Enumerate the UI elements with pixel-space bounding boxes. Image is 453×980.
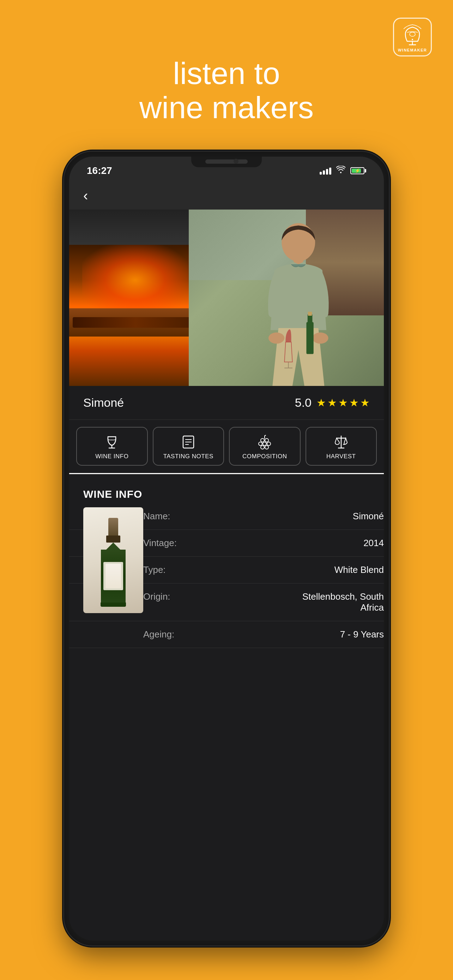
back-button[interactable]: ‹ [83,188,88,204]
rating-number: 5.0 [295,396,312,410]
fire-glow [82,245,188,315]
svg-point-17 [263,442,266,445]
tab-harvest-label: HARVEST [326,453,356,460]
status-bar: 16:27 [69,157,384,181]
star-2: ★ [327,396,337,409]
star-5: ★ [360,396,370,409]
star-4: ★ [349,396,359,409]
label-ageing: Ageing: [143,629,174,640]
notes-icon [181,434,196,449]
label-name: Name: [143,511,170,522]
phone-bezel: 16:27 [64,152,389,945]
nav-bar: ‹ [69,181,384,210]
signal-bars-icon [319,167,331,175]
svg-point-4 [269,332,285,344]
value-ageing: 7 - 9 Years [340,629,384,640]
camera-dot [234,159,238,164]
winemaker-logo-icon [400,22,425,46]
section-header: WINE INFO [69,474,384,504]
tab-wine-info[interactable]: WINE INFO [76,427,148,466]
star-1: ★ [316,396,326,409]
wine-glass-icon [105,434,119,449]
tab-composition[interactable]: COMPOSITION [229,427,300,466]
svg-point-0 [410,32,415,37]
speaker [205,159,248,164]
headline-line2: wine makers [21,91,432,125]
battery-icon: ⚡ [350,167,366,174]
grapes-icon [257,434,272,449]
video-area [69,210,384,386]
svg-point-16 [265,439,269,442]
headline-line1: listen to [21,56,432,91]
svg-point-18 [259,442,262,445]
headline: listen to wine makers [0,56,453,125]
rating-section: 5.0 ★ ★ ★ ★ ★ [295,396,370,410]
notch [191,157,262,167]
phone-device: 16:27 [64,152,389,945]
scale-icon [334,434,348,449]
svg-point-15 [261,439,264,442]
person-scene [189,210,384,386]
stars-display: ★ ★ ★ ★ ★ [316,396,370,409]
svg-point-20 [261,445,264,449]
value-type: White Blend [334,565,384,575]
section-title: WINE INFO [83,488,142,500]
svg-point-1 [412,39,413,40]
rating-row: Simoné 5.0 ★ ★ ★ ★ ★ [69,386,384,420]
wine-name: Simoné [83,396,124,410]
app-logo-label: WINEMAKER [398,48,427,52]
tab-wine-info-label: WINE INFO [95,453,129,460]
person-figure [199,218,374,386]
svg-rect-8 [308,312,312,316]
value-origin: Stellenbosch, South Africa [278,591,384,613]
wine-bottle-image [83,507,143,613]
label-vintage: Vintage: [143,538,177,549]
svg-rect-6 [306,322,313,354]
label-origin: Origin: [143,591,170,602]
svg-point-21 [265,445,269,449]
tab-tasting-notes-label: TASTING NOTES [163,453,213,460]
tab-composition-label: COMPOSITION [242,453,287,460]
phone-screen: 16:27 [69,157,384,940]
star-3: ★ [339,396,348,409]
wifi-icon [336,166,345,176]
status-time: 16:27 [87,165,112,177]
info-row-ageing: Ageing: 7 - 9 Years [69,621,384,648]
value-vintage: 2014 [363,538,384,549]
app-logo: WINEMAKER [393,18,432,56]
tab-tasting-notes[interactable]: TASTING NOTES [153,427,224,466]
svg-point-5 [312,332,328,344]
fireplace-scene [69,210,202,386]
svg-point-19 [267,442,270,445]
status-icons: ⚡ [319,166,366,176]
tab-bar: WINE INFO TASTING NOTES [69,420,384,473]
tab-harvest[interactable]: HARVEST [305,427,377,466]
content-area: WINE INFO [69,474,384,662]
label-type: Type: [143,565,166,575]
value-name: Simoné [353,511,384,522]
wine-info-table: Name: Simoné Vintage: 2014 Type: White B… [69,504,384,662]
